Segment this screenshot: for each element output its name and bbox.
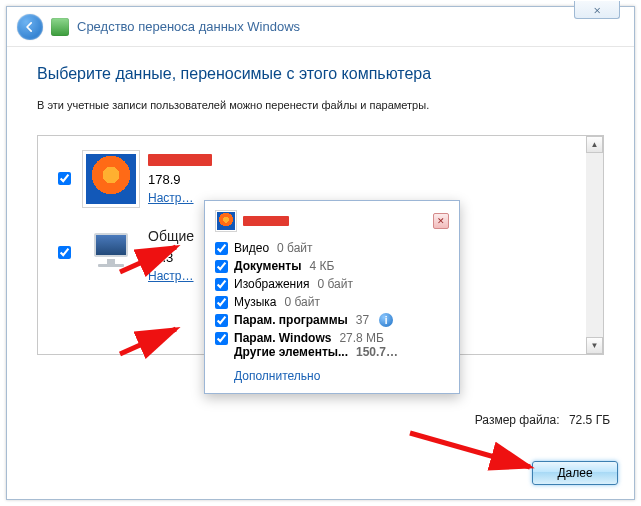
category-checkbox[interactable] xyxy=(215,278,228,291)
window-close-button[interactable]: ⨉ xyxy=(574,1,620,19)
category-checkbox[interactable] xyxy=(215,242,228,255)
category-value: 0 байт xyxy=(277,241,312,255)
popup-header: ✕ xyxy=(215,209,449,233)
footer: Размер файла: 72.5 ГБ Далее xyxy=(7,403,634,499)
category-label: Парам. программы xyxy=(234,313,348,327)
category-value: 27.8 МБ xyxy=(339,331,384,345)
scroll-down-button[interactable]: ▼ xyxy=(586,337,603,354)
wizard-window: ⨉ Средство переноса данных Windows Выбер… xyxy=(6,6,635,500)
advanced-link[interactable]: Дополнительно xyxy=(215,369,449,383)
page-title: Выберите данные, переносимые с этого ком… xyxy=(37,65,604,83)
category-row: Парам. программы37i xyxy=(215,313,449,327)
category-value: 0 байт xyxy=(284,295,319,309)
category-row: Музыка0 байт xyxy=(215,295,449,309)
arrow-left-icon xyxy=(23,20,37,34)
file-size-value: 72.5 ГБ xyxy=(569,413,610,427)
other-elements-row[interactable]: Другие элементы... 150.7… xyxy=(215,345,449,359)
close-icon: ✕ xyxy=(437,216,445,226)
file-size-label: Размер файла: xyxy=(475,413,560,427)
flower-icon xyxy=(217,212,235,230)
category-label: Музыка xyxy=(234,295,276,309)
category-checkbox[interactable] xyxy=(215,332,228,345)
category-label: Документы xyxy=(234,259,301,273)
category-checkbox[interactable] xyxy=(215,296,228,309)
flower-icon xyxy=(86,154,136,204)
account-name-redacted xyxy=(148,154,212,166)
category-row: Парам. Windows27.8 МБ xyxy=(215,331,449,345)
category-checkbox[interactable] xyxy=(215,260,228,273)
avatar xyxy=(82,224,140,282)
page-subtitle: В эти учетные записи пользователей можно… xyxy=(37,99,604,111)
header: Средство переноса данных Windows xyxy=(7,7,634,47)
avatar xyxy=(82,150,140,208)
computer-icon xyxy=(87,233,135,273)
account-size: 178.9 xyxy=(148,172,212,187)
category-list: Видео0 байтДокументы4 КБИзображения0 бай… xyxy=(215,241,449,345)
next-button[interactable]: Далее xyxy=(532,461,618,485)
customize-link[interactable]: Настр… xyxy=(148,191,212,205)
popup-name-redacted xyxy=(243,216,289,226)
category-value: 0 байт xyxy=(317,277,352,291)
account-checkbox[interactable] xyxy=(58,172,71,185)
category-value: 4 КБ xyxy=(309,259,334,273)
account-checkbox[interactable] xyxy=(58,246,71,259)
customize-popup: ✕ Видео0 байтДокументы4 КБИзображения0 б… xyxy=(204,200,460,394)
file-size-row: Размер файла: 72.5 ГБ xyxy=(475,413,610,427)
account-size: 72.3 xyxy=(148,250,194,265)
customize-link[interactable]: Настр… xyxy=(148,269,194,283)
account-name: Общие xyxy=(148,228,194,244)
popup-avatar xyxy=(215,210,237,232)
category-label: Парам. Windows xyxy=(234,331,331,345)
category-label: Видео xyxy=(234,241,269,255)
info-icon[interactable]: i xyxy=(379,313,393,327)
category-value: 37 xyxy=(356,313,369,327)
category-row: Видео0 байт xyxy=(215,241,449,255)
app-title: Средство переноса данных Windows xyxy=(77,19,300,34)
category-label: Изображения xyxy=(234,277,309,291)
category-checkbox[interactable] xyxy=(215,314,228,327)
other-value: 150.7… xyxy=(356,345,398,359)
close-icon: ⨉ xyxy=(594,3,600,16)
back-button[interactable] xyxy=(17,14,43,40)
category-row: Изображения0 байт xyxy=(215,277,449,291)
category-row: Документы4 КБ xyxy=(215,259,449,273)
popup-close-button[interactable]: ✕ xyxy=(433,213,449,229)
app-icon xyxy=(51,18,69,36)
other-label: Другие элементы... xyxy=(234,345,348,359)
